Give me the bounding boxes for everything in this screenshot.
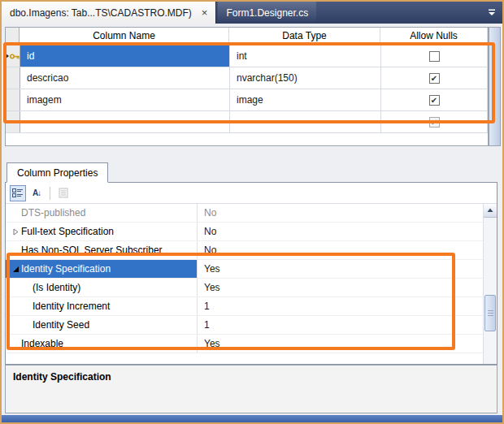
expand-collapsed-icon bbox=[12, 228, 20, 236]
expand-expanded-icon bbox=[12, 266, 20, 273]
tab-form1-designer[interactable]: Form1.Designer.cs bbox=[218, 2, 316, 24]
property-row[interactable]: Indexable Yes bbox=[6, 335, 483, 353]
status-bar bbox=[2, 415, 502, 422]
property-name-cell[interactable]: DTS-published bbox=[6, 204, 198, 222]
allow-nulls-cell: ✔ bbox=[381, 45, 488, 67]
close-icon[interactable]: × bbox=[202, 7, 208, 18]
property-name: Identity Increment bbox=[33, 301, 110, 312]
property-row[interactable]: DTS-published No bbox=[6, 204, 483, 223]
column-name-cell[interactable]: imagem bbox=[20, 89, 230, 110]
properties-list: DTS-published No bbox=[6, 204, 483, 364]
expander[interactable] bbox=[11, 228, 21, 236]
document-tab-bar: dbo.Imagens: Tab...TS\CADASTRO.MDF) × Fo… bbox=[2, 2, 502, 24]
property-value-cell[interactable]: Yes bbox=[198, 335, 483, 353]
scroll-up-button[interactable] bbox=[484, 204, 497, 218]
toolbar-separator bbox=[50, 187, 50, 200]
row-header[interactable] bbox=[6, 67, 20, 89]
alphabetical-sort-icon[interactable]: A↓ bbox=[28, 185, 45, 201]
allow-nulls-checkbox[interactable]: ✔ bbox=[429, 51, 440, 62]
property-name-cell[interactable]: Has Non-SQL Server Subscriber bbox=[6, 241, 198, 259]
property-description-title: Identity Specification bbox=[13, 371, 489, 383]
property-value-cell[interactable]: Yes bbox=[198, 279, 483, 296]
row-header[interactable] bbox=[6, 111, 20, 132]
tab-dbo-imagens-label: dbo.Imagens: Tab...TS\CADASTRO.MDF) bbox=[10, 7, 192, 19]
tab-form1-designer-label: Form1.Designer.cs bbox=[226, 7, 308, 19]
property-value-cell[interactable]: No bbox=[198, 223, 483, 240]
column-header-allow-nulls[interactable]: Allow Nulls bbox=[380, 28, 488, 45]
column-header-data-type[interactable]: Data Type bbox=[229, 28, 380, 45]
property-name: DTS-published bbox=[21, 207, 85, 218]
column-name-cell[interactable]: id bbox=[20, 45, 230, 67]
property-name-cell[interactable]: Identity Seed bbox=[6, 316, 198, 334]
property-name: Full-text Specification bbox=[21, 226, 114, 237]
property-row[interactable]: Identity Increment 1 bbox=[6, 297, 483, 316]
row-header[interactable] bbox=[6, 89, 20, 110]
property-value-cell[interactable]: 1 bbox=[198, 316, 483, 334]
check-icon: ✔ bbox=[431, 118, 437, 127]
property-row[interactable]: Identity Seed 1 bbox=[6, 316, 483, 335]
grid-row: ✔ bbox=[6, 111, 488, 133]
tab-dbo-imagens[interactable]: dbo.Imagens: Tab...TS\CADASTRO.MDF) × bbox=[2, 2, 216, 24]
grid-row: descricao nvarchar(150) ✔ bbox=[6, 67, 488, 89]
grid-header-row: Column Name Data Type Allow Nulls bbox=[6, 28, 488, 45]
property-name-cell[interactable]: Identity Increment bbox=[6, 297, 198, 315]
property-row[interactable]: Identity Specification Yes bbox=[6, 260, 483, 279]
property-name: Indexable bbox=[21, 338, 63, 349]
property-value-cell[interactable]: No bbox=[198, 204, 483, 222]
column-header-column-name[interactable]: Column Name bbox=[20, 28, 229, 45]
table-designer-grid: Column Name Data Type Allow Nulls id int bbox=[5, 27, 489, 146]
scrollbar-thumb[interactable] bbox=[484, 295, 496, 331]
data-type-cell[interactable] bbox=[230, 111, 381, 132]
property-value-cell[interactable]: No bbox=[198, 241, 483, 259]
property-description-panel: Identity Specification bbox=[5, 365, 497, 413]
allow-nulls-cell: ✔ bbox=[381, 67, 488, 89]
row-header[interactable] bbox=[6, 45, 20, 67]
property-name-cell[interactable]: Full-text Specification bbox=[6, 223, 198, 240]
data-type-cell[interactable]: nvarchar(150) bbox=[230, 67, 381, 89]
data-type-cell[interactable]: image bbox=[230, 89, 381, 110]
row-header-corner bbox=[6, 28, 20, 45]
categorized-icon[interactable] bbox=[10, 185, 26, 201]
row-pointer-icon bbox=[6, 54, 9, 58]
scroll-up-icon bbox=[487, 208, 493, 213]
property-name-cell[interactable]: (Is Identity) bbox=[6, 279, 198, 296]
check-icon: ✔ bbox=[431, 96, 437, 105]
table-designer-window: dbo.Imagens: Tab...TS\CADASTRO.MDF) × Fo… bbox=[0, 0, 504, 424]
tab-column-properties[interactable]: Column Properties bbox=[7, 162, 108, 183]
property-name-cell[interactable]: Indexable bbox=[6, 335, 198, 353]
property-value-cell[interactable]: Yes bbox=[198, 260, 483, 278]
tab-list-dropdown-icon[interactable] bbox=[481, 2, 502, 24]
property-name-cell[interactable]: Identity Specification bbox=[6, 260, 198, 278]
allow-nulls-checkbox[interactable]: ✔ bbox=[429, 73, 440, 84]
property-value-cell[interactable]: 1 bbox=[198, 297, 483, 315]
tab-column-properties-label: Column Properties bbox=[17, 167, 98, 179]
property-name: Identity Seed bbox=[33, 319, 89, 331]
allow-nulls-cell: ✔ bbox=[381, 89, 488, 110]
property-name: (Is Identity) bbox=[33, 282, 80, 293]
properties-toolbar: A↓ bbox=[6, 183, 497, 204]
grid-vertical-scrollbar[interactable] bbox=[489, 27, 501, 146]
grid-row: id int ✔ bbox=[6, 45, 488, 67]
properties-vertical-scrollbar[interactable] bbox=[483, 204, 497, 364]
property-row[interactable]: Full-text Specification No bbox=[6, 223, 483, 241]
allow-nulls-checkbox[interactable]: ✔ bbox=[429, 95, 440, 106]
check-icon: ✔ bbox=[431, 74, 437, 83]
property-pages-icon[interactable] bbox=[55, 185, 72, 201]
property-row[interactable]: (Is Identity) Yes bbox=[6, 279, 483, 297]
data-type-cell[interactable]: int bbox=[230, 45, 381, 67]
property-name: Identity Specification bbox=[21, 263, 111, 275]
property-row[interactable]: Has Non-SQL Server Subscriber No bbox=[6, 241, 483, 260]
grid-row: imagem image ✔ bbox=[6, 89, 488, 111]
column-name-cell[interactable]: descricao bbox=[20, 67, 230, 89]
scrollbar-grip-icon bbox=[488, 310, 493, 316]
property-name: Has Non-SQL Server Subscriber bbox=[21, 244, 163, 256]
allow-nulls-cell: ✔ bbox=[381, 111, 488, 132]
column-name-cell[interactable] bbox=[20, 111, 230, 132]
allow-nulls-checkbox[interactable]: ✔ bbox=[429, 117, 440, 128]
primary-key-icon bbox=[10, 53, 20, 60]
column-properties-pane: A↓ bbox=[5, 182, 497, 365]
expander[interactable] bbox=[11, 266, 21, 273]
